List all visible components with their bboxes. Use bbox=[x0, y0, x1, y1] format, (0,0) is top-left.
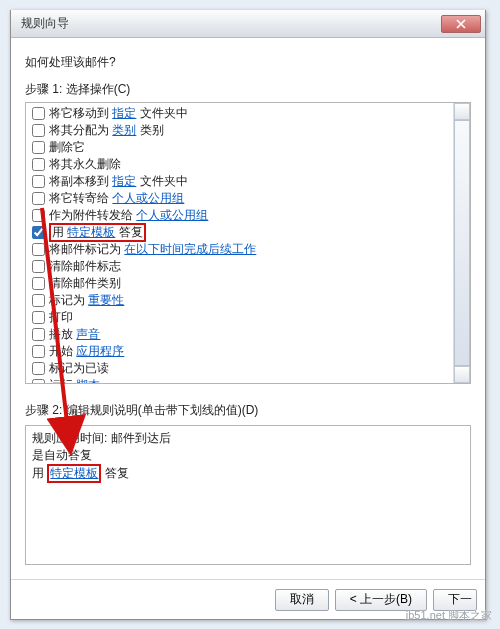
action-label: 运行 脚本 bbox=[49, 377, 100, 384]
close-icon bbox=[456, 19, 466, 29]
action-link[interactable]: 个人或公用组 bbox=[112, 191, 184, 205]
action-label: 将其永久删除 bbox=[49, 156, 121, 173]
action-row: 播放 声音 bbox=[30, 326, 470, 343]
action-link[interactable]: 应用程序 bbox=[76, 344, 124, 358]
action-label: 清除邮件标志 bbox=[49, 258, 121, 275]
action-row: 将其分配为 类别 类别 bbox=[30, 122, 470, 139]
dialog-window: 规则向导 如何处理该邮件? 步骤 1: 选择操作(C) 将它移动到 指定 文件夹… bbox=[10, 10, 486, 620]
scroll-up-button[interactable] bbox=[454, 103, 470, 120]
scrollbar[interactable] bbox=[453, 103, 470, 383]
action-row: 将副本移到 指定 文件夹中 bbox=[30, 173, 470, 190]
action-link[interactable]: 脚本 bbox=[76, 378, 100, 384]
action-checkbox[interactable] bbox=[32, 124, 45, 137]
action-checkbox[interactable] bbox=[32, 107, 45, 120]
action-label: 清除邮件类别 bbox=[49, 275, 121, 292]
action-row: 将其永久删除 bbox=[30, 156, 470, 173]
prompt-text: 如何处理该邮件? bbox=[25, 54, 471, 71]
action-row: 将它移动到 指定 文件夹中 bbox=[30, 105, 470, 122]
step2-label: 步骤 2: 编辑规则说明(单击带下划线的值)(D) bbox=[25, 402, 471, 419]
action-checkbox[interactable] bbox=[32, 345, 45, 358]
scroll-thumb[interactable] bbox=[454, 120, 470, 366]
action-label: 作为附件转发给 个人或公用组 bbox=[49, 207, 208, 224]
action-link[interactable]: 个人或公用组 bbox=[136, 208, 208, 222]
rule-description-box: 规则应用时间: 邮件到达后 是自动答复 用 特定模板 答复 bbox=[25, 425, 471, 565]
action-checkbox[interactable] bbox=[32, 175, 45, 188]
action-checkbox[interactable] bbox=[32, 328, 45, 341]
desc-line-2: 是自动答复 bbox=[32, 447, 464, 464]
action-row: 删除它 bbox=[30, 139, 470, 156]
action-row: 开始 应用程序 bbox=[30, 343, 470, 360]
action-checkbox[interactable] bbox=[32, 379, 45, 384]
action-link[interactable]: 指定 bbox=[112, 174, 136, 188]
action-label: 用 特定模板 答复 bbox=[49, 223, 146, 242]
step1-label: 步骤 1: 选择操作(C) bbox=[25, 81, 471, 98]
action-link[interactable]: 在以下时间完成后续工作 bbox=[124, 242, 256, 256]
action-link[interactable]: 特定模板 bbox=[67, 225, 115, 239]
action-checkbox[interactable] bbox=[32, 277, 45, 290]
action-list: 将它移动到 指定 文件夹中将其分配为 类别 类别删除它将其永久删除将副本移到 指… bbox=[25, 102, 471, 384]
action-checkbox[interactable] bbox=[32, 362, 45, 375]
action-row: 作为附件转发给 个人或公用组 bbox=[30, 207, 470, 224]
action-label: 标记为已读 bbox=[49, 360, 109, 377]
action-label: 将其分配为 类别 类别 bbox=[49, 122, 164, 139]
action-checkbox[interactable] bbox=[32, 192, 45, 205]
action-row: 将邮件标记为 在以下时间完成后续工作 bbox=[30, 241, 470, 258]
action-label: 标记为 重要性 bbox=[49, 292, 124, 309]
action-label: 打印 bbox=[49, 309, 73, 326]
action-label: 开始 应用程序 bbox=[49, 343, 124, 360]
action-label: 将它转寄给 个人或公用组 bbox=[49, 190, 184, 207]
action-label: 播放 声音 bbox=[49, 326, 100, 343]
action-label: 将它移动到 指定 文件夹中 bbox=[49, 105, 188, 122]
dialog-body: 如何处理该邮件? 步骤 1: 选择操作(C) 将它移动到 指定 文件夹中将其分配… bbox=[11, 38, 485, 565]
close-button[interactable] bbox=[441, 15, 481, 33]
action-row: 清除邮件类别 bbox=[30, 275, 470, 292]
action-checkbox[interactable] bbox=[32, 141, 45, 154]
action-checkbox[interactable] bbox=[32, 243, 45, 256]
watermark: jb51.net 脚本之家 bbox=[406, 608, 492, 623]
action-label: 删除它 bbox=[49, 139, 85, 156]
action-checkbox[interactable] bbox=[32, 311, 45, 324]
action-row: 标记为已读 bbox=[30, 360, 470, 377]
window-title: 规则向导 bbox=[21, 15, 69, 32]
action-row: 清除邮件标志 bbox=[30, 258, 470, 275]
scroll-down-button[interactable] bbox=[454, 366, 470, 383]
action-checkbox[interactable] bbox=[32, 294, 45, 307]
action-row: 标记为 重要性 bbox=[30, 292, 470, 309]
action-row: 用 特定模板 答复 bbox=[30, 224, 470, 241]
action-checkbox[interactable] bbox=[32, 209, 45, 222]
action-checkbox[interactable] bbox=[32, 226, 45, 239]
action-row: 打印 bbox=[30, 309, 470, 326]
action-row: 运行 脚本 bbox=[30, 377, 470, 384]
desc-line-3: 用 特定模板 答复 bbox=[32, 464, 464, 483]
action-label: 将邮件标记为 在以下时间完成后续工作 bbox=[49, 241, 256, 258]
action-label: 将副本移到 指定 文件夹中 bbox=[49, 173, 188, 190]
action-link[interactable]: 重要性 bbox=[88, 293, 124, 307]
titlebar: 规则向导 bbox=[11, 10, 485, 38]
cancel-button[interactable]: 取消 bbox=[275, 589, 329, 611]
action-link[interactable]: 指定 bbox=[112, 106, 136, 120]
action-row: 将它转寄给 个人或公用组 bbox=[30, 190, 470, 207]
desc-line-1: 规则应用时间: 邮件到达后 bbox=[32, 430, 464, 447]
action-link[interactable]: 声音 bbox=[76, 327, 100, 341]
template-link[interactable]: 特定模板 bbox=[50, 466, 98, 480]
action-link[interactable]: 类别 bbox=[112, 123, 136, 137]
action-checkbox[interactable] bbox=[32, 158, 45, 171]
action-checkbox[interactable] bbox=[32, 260, 45, 273]
